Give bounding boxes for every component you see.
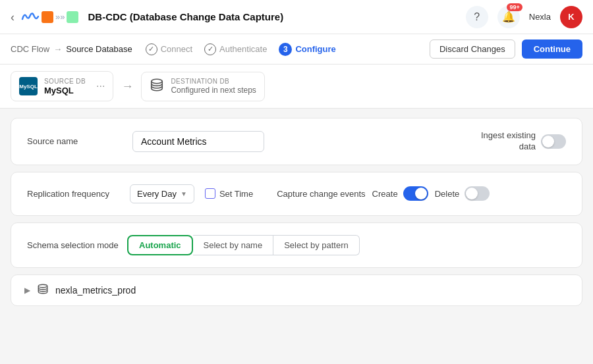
set-time-label: Set Time	[219, 189, 253, 199]
source-db-type: SOURCE DB	[44, 78, 86, 85]
topbar-right: ? 🔔 99+ Nexla K	[466, 6, 582, 28]
step-connect-label: Connect	[161, 44, 192, 54]
svg-point-0	[152, 79, 163, 83]
breadcrumb-actions: Discard Changes Continue	[430, 39, 582, 59]
source-name-card: Source name Ingest existingdata	[11, 118, 582, 165]
step-connect-check: ✓	[146, 43, 157, 55]
create-label: Create	[372, 189, 398, 199]
mode-automatic-button[interactable]: Automatic	[127, 235, 193, 255]
back-button[interactable]: ‹	[11, 11, 14, 23]
create-toggle[interactable]	[403, 186, 428, 201]
user-name-label: Nexla	[529, 12, 551, 22]
replication-value: Every Day	[137, 189, 177, 199]
set-time-checkbox-label[interactable]: Set Time	[205, 188, 253, 199]
delete-toggle-knob	[466, 188, 478, 199]
question-icon: ?	[474, 11, 480, 23]
logo-wave-icon	[21, 10, 40, 24]
schema-card: Schema selection mode Automatic Select b…	[11, 222, 582, 268]
source-name-label: Source name	[27, 136, 119, 146]
capture-label: Capture change events	[277, 189, 365, 199]
source-dest-bar: MySQL SOURCE DB MySQL ··· → DESTINATION …	[0, 65, 593, 109]
discard-changes-button[interactable]: Discard Changes	[430, 39, 515, 59]
delete-toggle[interactable]	[465, 186, 490, 201]
steps: ✓ Connect ✓ Authenticate 3 Configure	[146, 43, 336, 56]
mode-select-by-pattern-button[interactable]: Select by pattern	[273, 235, 360, 255]
source-db-name: MySQL	[44, 86, 86, 95]
mode-select-by-name-button[interactable]: Select by name	[193, 235, 274, 255]
step-connect[interactable]: ✓ Connect	[146, 43, 192, 55]
source-db-info: SOURCE DB MySQL	[44, 78, 86, 95]
step-authenticate[interactable]: ✓ Authenticate	[204, 43, 267, 55]
delete-toggle-group: Delete	[435, 186, 490, 201]
ingest-toggle[interactable]	[541, 134, 566, 149]
notifications-button[interactable]: 🔔 99+	[497, 6, 520, 28]
mysql-logo: MySQL	[19, 77, 38, 95]
source-db-more-icon[interactable]: ···	[96, 80, 105, 92]
create-toggle-knob	[415, 188, 427, 199]
source-database-label: Source Database	[66, 44, 132, 54]
step-configure[interactable]: 3 Configure	[279, 43, 335, 56]
page-title: DB-CDC (Database Change Data Capture)	[88, 11, 283, 22]
schema-db-icon	[37, 283, 49, 298]
dest-db-type: DESTINATION DB	[171, 78, 256, 85]
source-name-input[interactable]	[132, 131, 264, 152]
schema-row: Schema selection mode Automatic Select b…	[27, 235, 566, 255]
delete-label: Delete	[435, 189, 460, 199]
dest-db-label: Configured in next steps	[171, 86, 256, 95]
help-button[interactable]: ?	[466, 6, 488, 28]
dest-db-icon	[150, 78, 164, 95]
dropdown-arrow-icon: ▼	[181, 190, 187, 197]
schema-list-card: ▶ nexla_metrics_prod	[11, 274, 582, 306]
svg-point-1	[38, 284, 47, 288]
dest-db-card: DESTINATION DB Configured in next steps	[141, 72, 264, 101]
dest-db-info: DESTINATION DB Configured in next steps	[171, 78, 256, 95]
logo-arrow-icon: »»	[55, 12, 65, 22]
bell-icon: 🔔	[502, 11, 515, 23]
replication-card: Replication frequency Every Day ▼ Set Ti…	[11, 172, 582, 216]
step-authenticate-check: ✓	[204, 43, 216, 55]
flow-arrow-icon: →	[121, 80, 133, 93]
continue-button[interactable]: Continue	[522, 39, 582, 59]
step-authenticate-label: Authenticate	[219, 44, 267, 54]
ingest-toggle-knob	[542, 136, 554, 147]
breadcrumb-bar: CDC Flow → Source Database ✓ Connect ✓ A…	[0, 34, 593, 65]
source-db-card: MySQL SOURCE DB MySQL ···	[11, 71, 113, 101]
step-configure-label: Configure	[295, 44, 335, 54]
capture-area: Capture change events Create Delete	[277, 186, 490, 201]
notification-badge: 99+	[507, 3, 522, 11]
logo: »»	[21, 10, 78, 24]
replication-dropdown[interactable]: Every Day ▼	[130, 184, 194, 203]
breadcrumb-arrow: →	[53, 44, 62, 54]
ingest-label: Ingest existingdata	[481, 130, 536, 153]
expand-icon[interactable]: ▶	[24, 286, 30, 295]
source-name-row: Source name Ingest existingdata	[27, 130, 566, 153]
ingest-area: Ingest existingdata	[481, 130, 566, 153]
breadcrumb: CDC Flow → Source Database	[11, 44, 132, 54]
topbar-left: ‹ »» DB-CDC (Database Change Data Captur…	[11, 10, 283, 24]
schema-label: Schema selection mode	[27, 240, 119, 250]
topbar: ‹ »» DB-CDC (Database Change Data Captur…	[0, 0, 593, 34]
step-configure-num: 3	[279, 43, 292, 56]
replication-row: Replication frequency Every Day ▼ Set Ti…	[27, 184, 566, 203]
logo-orange-square	[42, 11, 53, 23]
main-content: Source name Ingest existingdata Replicat…	[0, 109, 593, 315]
schema-selection-modes: Automatic Select by name Select by patte…	[127, 235, 360, 255]
create-toggle-group: Create	[372, 186, 428, 201]
set-time-checkbox[interactable]	[205, 188, 215, 199]
schema-name: nexla_metrics_prod	[55, 285, 136, 296]
avatar[interactable]: K	[560, 6, 582, 28]
flow-label: CDC Flow	[11, 44, 49, 54]
logo-green-square	[67, 11, 78, 23]
logo-arrows: »»	[55, 12, 65, 22]
replication-label: Replication frequency	[27, 189, 119, 199]
